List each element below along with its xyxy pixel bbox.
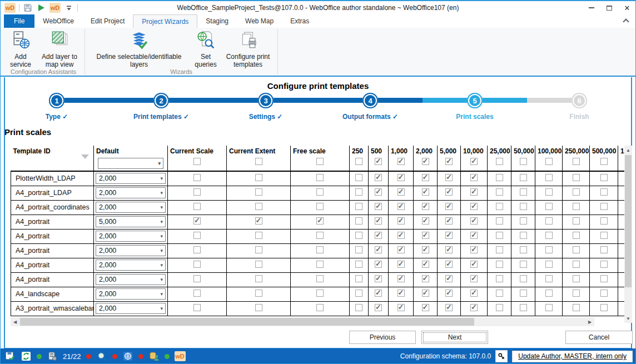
checkbox-50-000[interactable] (520, 188, 527, 196)
checkbox-1-000[interactable] (398, 174, 405, 181)
checkbox-1-000[interactable] (398, 232, 405, 239)
search-service-icon[interactable] (96, 351, 107, 362)
step-circle[interactable]: 5 (467, 93, 483, 108)
checkbox-current-scale[interactable] (193, 261, 201, 268)
filter-checkbox-100-000[interactable] (545, 158, 553, 165)
horizontal-scrollbar[interactable]: ◀ ▶ (11, 317, 594, 326)
checkbox-1-000[interactable] (398, 275, 405, 282)
checkbox-2-000[interactable] (422, 304, 429, 311)
checkbox-100-000[interactable] (545, 203, 553, 210)
checkbox-25-000[interactable] (496, 275, 503, 282)
checkbox-250[interactable] (355, 290, 362, 297)
checkbox-500-000[interactable] (600, 174, 608, 181)
checkbox-current-scale[interactable] (193, 232, 201, 239)
step-circle[interactable]: 3 (258, 93, 274, 108)
update-author-button[interactable]: Update Author, MASTER, intern only (512, 351, 633, 362)
tab-web-map[interactable]: Web Map (237, 14, 282, 28)
checkbox-current-extent[interactable] (255, 290, 262, 297)
checkbox-250[interactable] (355, 203, 362, 210)
checkbox-5-000[interactable] (445, 275, 453, 282)
default-scale-select[interactable]: 2,000▾ (96, 245, 166, 256)
checkbox-5-000[interactable] (445, 188, 453, 196)
database-user-icon[interactable] (148, 351, 160, 362)
checkbox-2-000[interactable] (422, 174, 429, 181)
checkbox-250[interactable] (355, 174, 362, 181)
add-service-button[interactable]: Add service (4, 29, 37, 69)
checkbox-free-scale[interactable] (316, 174, 324, 181)
default-scale-select[interactable]: 5,000▾ (96, 216, 166, 227)
checkbox-100-000[interactable] (545, 290, 553, 297)
checkbox-current-extent[interactable] (255, 261, 262, 268)
save-icon[interactable] (23, 3, 33, 13)
filter-checkbox-1-000[interactable] (398, 158, 405, 165)
checkbox-10-000[interactable] (470, 290, 478, 297)
close-icon[interactable]: ✕ (618, 1, 636, 14)
checkbox-current-extent[interactable] (255, 232, 262, 239)
checkbox-500[interactable] (375, 261, 382, 268)
checkbox-25-000[interactable] (496, 246, 503, 253)
checkbox-500[interactable] (375, 275, 382, 282)
checkbox-5-000[interactable] (445, 290, 453, 297)
tab-file[interactable]: File (4, 14, 34, 28)
save-status-icon[interactable] (4, 351, 16, 362)
filter-checkbox-5-000[interactable] (445, 158, 453, 165)
checkbox-5-000[interactable] (445, 246, 453, 253)
checkbox-5-000[interactable] (445, 304, 453, 311)
checkbox-250[interactable] (355, 246, 362, 253)
checkbox-250-000[interactable] (573, 232, 580, 239)
vertical-scrollbar[interactable]: ▲ ▼ (624, 146, 632, 323)
default-scale-select[interactable]: 2,000▾ (96, 173, 166, 184)
checkbox-50-000[interactable] (520, 261, 527, 268)
checkbox-1-000[interactable] (398, 290, 405, 297)
filter-checkbox-50-000[interactable] (520, 158, 527, 165)
checkbox-free-scale[interactable] (316, 246, 324, 253)
checkbox-free-scale[interactable] (316, 290, 324, 297)
filter-checkbox-500-000[interactable] (600, 158, 608, 165)
horizontal-scrollbar-thumb[interactable] (20, 318, 474, 326)
default-scale-select[interactable]: 2,000▾ (96, 274, 166, 285)
step-circle[interactable]: 4 (362, 93, 378, 108)
checkbox-250-000[interactable] (573, 203, 580, 210)
checkbox-current-scale[interactable] (193, 188, 201, 196)
checkbox-current-extent[interactable] (255, 174, 262, 181)
template-id-cell[interactable]: A4_portrait_coordinates (11, 200, 94, 215)
checkbox-free-scale[interactable] (316, 188, 324, 196)
filter-checkbox-2-000[interactable] (422, 158, 429, 165)
checkbox-100-000[interactable] (545, 261, 553, 268)
scroll-right-icon[interactable]: ▶ (585, 317, 594, 326)
template-id-cell[interactable]: A4_landscape (11, 287, 94, 301)
checkbox-25-000[interactable] (496, 203, 503, 210)
checkbox-250[interactable] (355, 217, 362, 225)
checkbox-1-000[interactable] (398, 217, 405, 225)
maximize-icon[interactable] (600, 1, 618, 14)
checkbox-500-000[interactable] (600, 232, 608, 239)
checkbox-25-000[interactable] (496, 232, 503, 239)
minimize-icon[interactable] (583, 1, 600, 14)
checkbox-25-000[interactable] (496, 304, 503, 311)
checkbox-25-000[interactable] (496, 188, 503, 196)
weboffice-status-icon[interactable]: wD (175, 351, 186, 361)
default-filter-select[interactable]: ▾ (98, 158, 163, 169)
checkbox-100-000[interactable] (545, 188, 553, 196)
tab-staging[interactable]: Staging (197, 14, 237, 28)
previous-button[interactable]: Previous (349, 331, 416, 344)
checkbox-50-000[interactable] (520, 174, 527, 181)
checkbox-500-000[interactable] (600, 217, 608, 225)
checkbox-5-000[interactable] (445, 261, 453, 268)
checkbox-50-000[interactable] (520, 232, 527, 239)
template-id-cell[interactable]: A4_portrait (11, 258, 94, 272)
checkbox-100-000[interactable] (545, 246, 553, 253)
checkbox-25-000[interactable] (496, 174, 503, 181)
checkbox-250[interactable] (355, 304, 362, 311)
default-scale-select[interactable]: 2,000▾ (96, 202, 166, 213)
next-button[interactable]: Next (421, 331, 488, 344)
checkbox-current-extent[interactable] (255, 188, 262, 196)
weboffice-logo-icon[interactable]: wD (4, 3, 16, 13)
checkbox-current-scale[interactable] (193, 203, 201, 210)
checkbox-1-000[interactable] (398, 188, 405, 196)
template-id-cell[interactable]: PlotterWidth_LDAP (11, 171, 94, 186)
add-layer-to-map-view-button[interactable]: Add layer to map view (37, 29, 82, 69)
checkbox-current-scale[interactable] (193, 304, 201, 311)
key-button[interactable] (495, 350, 508, 362)
scroll-up-icon[interactable]: ▲ (624, 146, 632, 154)
